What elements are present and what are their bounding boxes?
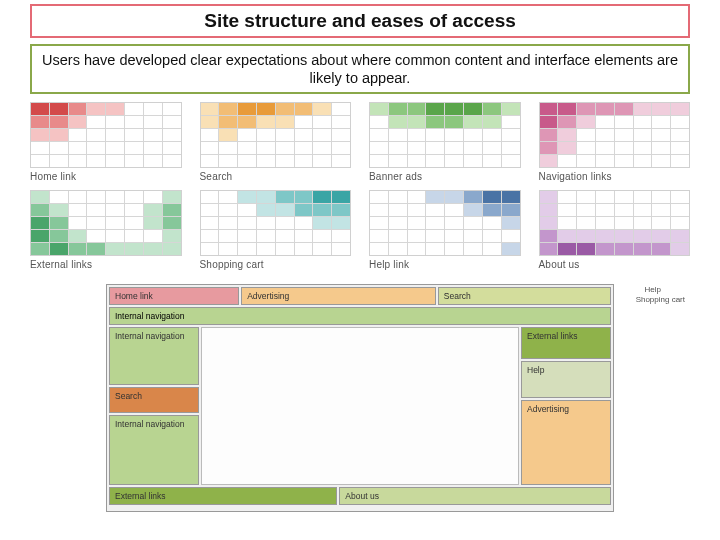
- caption: About us: [539, 259, 691, 270]
- annotation-cart: Shopping cart: [636, 295, 685, 304]
- wf-bottom-about: About us: [339, 487, 611, 505]
- heatmap-shopping-cart: Shopping cart: [200, 190, 352, 270]
- heatmap-grid-section: Home link Search Banner ads: [30, 102, 690, 270]
- subtitle-box: Users have developed clear expectations …: [30, 44, 690, 94]
- wf-search-top: Search: [438, 287, 611, 305]
- title-box: Site structure and eases of access: [30, 4, 690, 38]
- annotation-help: Help: [645, 285, 661, 294]
- wf-right-external: External links: [521, 327, 611, 359]
- heatmap-row-1: Home link Search Banner ads: [30, 102, 690, 182]
- caption: External links: [30, 259, 182, 270]
- heatmap-about-us: About us: [539, 190, 691, 270]
- wf-advertising-top: Advertising: [241, 287, 436, 305]
- heatmap-home-link: Home link: [30, 102, 182, 182]
- caption: Search: [200, 171, 352, 182]
- subtitle-text: Users have developed clear expectations …: [42, 52, 678, 86]
- caption: Home link: [30, 171, 182, 182]
- wf-right-help: Help: [521, 361, 611, 398]
- wf-internal-nav-bar: Internal navigation: [109, 307, 611, 325]
- heatmap-row-2: External links Shopping cart Help link: [30, 190, 690, 270]
- caption: Help link: [369, 259, 521, 270]
- title-text: Site structure and eases of access: [204, 10, 516, 31]
- wf-home-link: Home link: [109, 287, 239, 305]
- wf-left-nav-2: Internal navigation: [109, 415, 199, 486]
- wf-left-nav-1: Internal navigation: [109, 327, 199, 384]
- wf-bottom-external: External links: [109, 487, 337, 505]
- heatmap-nav-links: Navigation links: [539, 102, 691, 182]
- heatmap-help-link: Help link: [369, 190, 521, 270]
- caption: Navigation links: [539, 171, 691, 182]
- caption: Shopping cart: [200, 259, 352, 270]
- heatmap-search: Search: [200, 102, 352, 182]
- wf-left-search: Search: [109, 387, 199, 413]
- wf-main-content: [201, 327, 519, 485]
- wf-right-advertising: Advertising: [521, 400, 611, 485]
- caption: Banner ads: [369, 171, 521, 182]
- heatmap-banner-ads: Banner ads: [369, 102, 521, 182]
- heatmap-external-links: External links: [30, 190, 182, 270]
- wireframe-diagram: Help Shopping cart Home link Advertising…: [106, 284, 614, 512]
